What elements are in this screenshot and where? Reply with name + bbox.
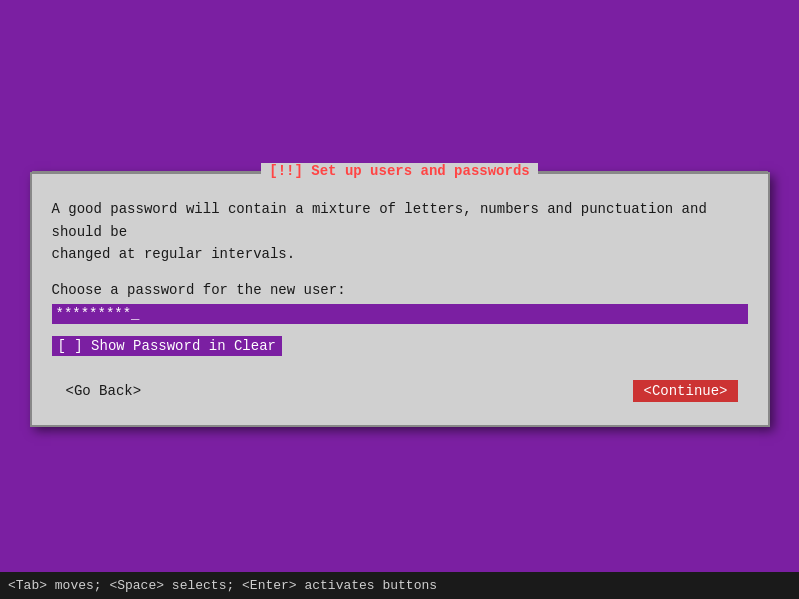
dialog-title: [!!] Set up users and passwords <box>261 163 537 179</box>
buttons-row: <Go Back> <Continue> <box>52 380 748 402</box>
dialog: [!!] Set up users and passwords A good p… <box>30 172 770 426</box>
go-back-button[interactable]: <Go Back> <box>62 381 146 401</box>
continue-button[interactable]: <Continue> <box>633 380 737 402</box>
password-label: Choose a password for the new user: <box>52 282 748 298</box>
title-line-left <box>32 171 262 173</box>
dialog-title-bar: [!!] Set up users and passwords <box>32 164 768 180</box>
password-input[interactable] <box>56 306 744 322</box>
description-text: A good password will contain a mixture o… <box>52 198 748 265</box>
password-input-container[interactable] <box>52 304 748 324</box>
status-bar: <Tab> moves; <Space> selects; <Enter> ac… <box>0 572 799 600</box>
title-line-right <box>538 171 768 173</box>
dialog-content: A good password will contain a mixture o… <box>32 178 768 424</box>
show-password-checkbox[interactable]: [ ] Show Password in Clear <box>52 336 282 356</box>
status-bar-text: <Tab> moves; <Space> selects; <Enter> ac… <box>8 578 437 593</box>
